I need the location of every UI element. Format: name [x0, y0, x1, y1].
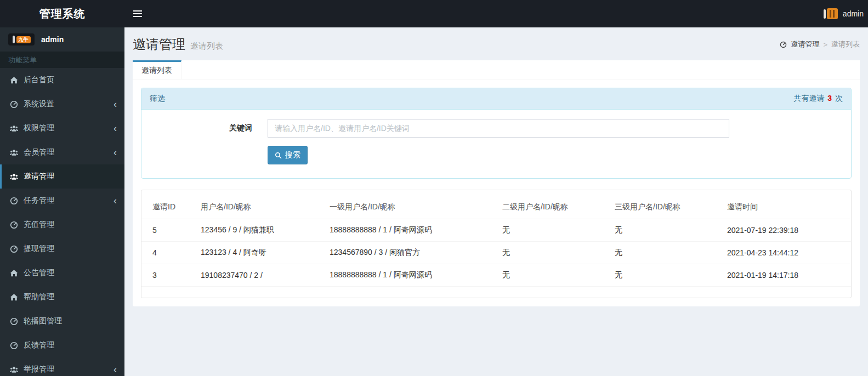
sidebar-item-permissions[interactable]: 权限管理 ‹	[0, 116, 124, 140]
gauge-icon	[10, 245, 18, 253]
sidebar-item-label: 轮播图管理	[24, 316, 62, 326]
column-header-invite-time: 邀请时间	[723, 195, 851, 219]
avatar-badge: 九牛	[16, 36, 31, 43]
content-header: 邀请管理 邀请列表 邀请管理 > 邀请列表	[124, 27, 868, 60]
main-content: 邀请管理 邀请列表 邀请管理 > 邀请列表 邀请列表 筛选 共有邀请 3 次	[124, 27, 868, 376]
sidebar-section-label: 功能菜单	[0, 52, 124, 68]
users-icon	[10, 366, 18, 374]
invite-count-suffix: 次	[835, 94, 843, 102]
invite-count-prefix: 共有邀请	[793, 94, 824, 102]
sidebar-item-home[interactable]: 后台首页	[0, 68, 124, 92]
navbar: admin	[124, 0, 868, 27]
table-row: 3 19108237470 / 2 / 18888888888 / 1 / 阿奇…	[141, 264, 851, 287]
keyword-input[interactable]	[268, 119, 729, 138]
chevron-left-icon: ‹	[114, 124, 117, 132]
cell-level3-user: 无	[610, 264, 723, 287]
column-header-level3-user: 三级用户名/ID/昵称	[610, 195, 723, 219]
users-icon	[10, 149, 18, 157]
navbar-user-menu[interactable]: admin	[824, 0, 864, 27]
filter-panel-title: 筛选	[150, 94, 165, 104]
sidebar-toggle-button[interactable]	[124, 0, 151, 27]
sidebar-item-label: 任务管理	[24, 196, 54, 206]
column-header-user: 用户名/ID/昵称	[196, 195, 325, 219]
cell-level1-user: 1234567890 / 3 / 闲猫官方	[325, 242, 498, 264]
chevron-left-icon: ‹	[114, 149, 117, 156]
cell-invite-id: 5	[141, 219, 196, 242]
sidebar: 九牛 admin 功能菜单 后台首页 系统设置 ‹ 权限管理 ‹ 会员管理 ‹ …	[0, 27, 124, 376]
home-icon	[10, 293, 18, 301]
avatar-decoration	[13, 36, 15, 43]
invite-table: 邀请ID 用户名/ID/昵称 一级用户名/ID/昵称 二级用户名/ID/昵称 三…	[141, 195, 851, 287]
cell-level1-user: 18888888888 / 1 / 阿奇网源码	[325, 219, 498, 242]
cell-level2-user: 无	[498, 264, 610, 287]
search-button[interactable]: 搜索	[268, 146, 308, 164]
cell-level3-user: 无	[610, 242, 723, 264]
sidebar-item-feedback[interactable]: 反馈管理	[0, 333, 124, 357]
sidebar-item-carousel[interactable]: 轮播图管理	[0, 309, 124, 333]
invite-table-box: 邀请ID 用户名/ID/昵称 一级用户名/ID/昵称 二级用户名/ID/昵称 三…	[141, 190, 852, 298]
tab-card: 邀请列表 筛选 共有邀请 3 次 关键词	[133, 60, 860, 306]
sidebar-item-label: 帮助管理	[24, 292, 54, 302]
cell-invite-id: 3	[141, 264, 196, 287]
column-header-invite-id: 邀请ID	[141, 195, 196, 219]
keyword-label: 关键词	[150, 119, 268, 133]
chevron-left-icon: ‹	[114, 366, 117, 373]
user-avatar	[824, 8, 838, 19]
tab-invite-list[interactable]: 邀请列表	[133, 60, 181, 79]
navbar-username: admin	[843, 9, 864, 18]
avatar-image	[827, 8, 838, 19]
sidebar-item-announcements[interactable]: 公告管理	[0, 261, 124, 285]
gauge-icon	[10, 341, 18, 350]
sidebar-item-members[interactable]: 会员管理 ‹	[0, 140, 124, 164]
cell-user: 19108237470 / 2 /	[196, 264, 325, 287]
users-icon	[10, 173, 18, 181]
gauge-icon	[10, 100, 18, 109]
column-header-level2-user: 二级用户名/ID/昵称	[498, 195, 610, 219]
sidebar-item-label: 系统设置	[24, 99, 54, 109]
sidebar-item-invitations[interactable]: 邀请管理	[0, 164, 124, 189]
sidebar-item-help[interactable]: 帮助管理	[0, 285, 124, 309]
cell-level2-user: 无	[498, 219, 610, 242]
home-icon	[10, 269, 18, 277]
cell-invite-id: 4	[141, 242, 196, 264]
cell-level3-user: 无	[610, 219, 723, 242]
chevron-left-icon: ‹	[114, 100, 117, 108]
sidebar-item-system-settings[interactable]: 系统设置 ‹	[0, 92, 124, 116]
cell-invite-time: 2021-07-19 22:39:18	[723, 219, 851, 242]
breadcrumb-root-link[interactable]: 邀请管理	[791, 39, 819, 49]
filter-panel: 筛选 共有邀请 3 次 关键词 搜索	[141, 88, 852, 179]
sidebar-item-label: 邀请管理	[24, 172, 54, 181]
sidebar-avatar: 九牛	[8, 33, 35, 45]
search-icon	[275, 152, 282, 159]
hamburger-icon	[133, 10, 142, 12]
sidebar-item-tasks[interactable]: 任务管理 ‹	[0, 189, 124, 213]
sidebar-item-label: 充值管理	[24, 220, 54, 230]
sidebar-item-label: 公告管理	[24, 268, 54, 278]
invite-count-summary: 共有邀请 3 次	[793, 94, 843, 104]
sidebar-username: admin	[41, 35, 64, 44]
invite-count-value: 3	[826, 94, 833, 102]
table-row: 5 123456 / 9 / 闲猫兼职 18888888888 / 1 / 阿奇…	[141, 219, 851, 242]
sidebar-item-withdrawals[interactable]: 提现管理	[0, 237, 124, 261]
sidebar-item-label: 权限管理	[24, 123, 54, 133]
top-navbar: 管理系统 admin	[0, 0, 868, 27]
cell-invite-time: 2021-04-23 14:44:12	[723, 242, 851, 264]
sidebar-item-recharge[interactable]: 充值管理	[0, 213, 124, 237]
filter-panel-header: 筛选 共有邀请 3 次	[141, 88, 851, 110]
cell-level1-user: 18888888888 / 1 / 阿奇网源码	[325, 264, 498, 287]
avatar-decoration	[824, 9, 826, 19]
breadcrumb-separator: >	[823, 41, 827, 49]
sidebar-item-label: 提现管理	[24, 244, 54, 254]
cell-invite-time: 2021-01-19 14:17:18	[723, 264, 851, 287]
filter-panel-body: 关键词 搜索	[141, 110, 851, 178]
sidebar-item-reports[interactable]: 举报管理 ‹	[0, 357, 124, 376]
brand-logo[interactable]: 管理系统	[0, 0, 124, 27]
gauge-icon	[10, 317, 18, 326]
column-header-level1-user: 一级用户名/ID/昵称	[325, 195, 498, 219]
gauge-icon	[10, 197, 18, 205]
breadcrumb: 邀请管理 > 邀请列表	[780, 39, 860, 49]
gauge-icon	[10, 221, 18, 229]
sidebar-item-label: 举报管理	[24, 364, 54, 374]
cell-user: 123123 / 4 / 阿奇呀	[196, 242, 325, 264]
cell-level2-user: 无	[498, 242, 610, 264]
